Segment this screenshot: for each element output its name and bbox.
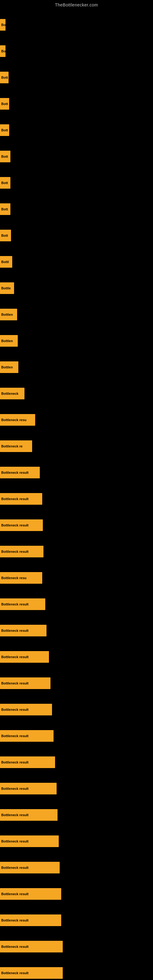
bar-label: Bottleneck re bbox=[1, 444, 22, 448]
bar-item: Bott bbox=[0, 124, 9, 136]
bar-item: Bottleneck result bbox=[0, 519, 43, 531]
bar-item: Bottleneck re bbox=[0, 441, 32, 452]
bar-item: Bott bbox=[0, 72, 9, 83]
bar-row: Bott bbox=[0, 91, 153, 117]
bar-row: Bott bbox=[0, 170, 153, 196]
bar-item: Bottleneck result bbox=[0, 915, 61, 926]
bar-label: Bottleneck result bbox=[1, 760, 29, 764]
bar-item: Bottleneck result bbox=[0, 651, 49, 663]
bar-label: Bottleneck resu bbox=[1, 418, 27, 422]
bar-label: Bottleneck result bbox=[1, 523, 29, 527]
bar-label: Bottleneck bbox=[1, 392, 18, 395]
bar-row: Bottleneck result bbox=[0, 828, 153, 854]
bar-row: Bottle bbox=[0, 275, 153, 301]
bar-label: Bottleneck resu bbox=[1, 576, 27, 580]
bar-item: Bott bbox=[0, 230, 11, 241]
site-title: TheBottlenecker.com bbox=[0, 0, 153, 9]
bar-label: Bottleneck result bbox=[1, 655, 29, 659]
bar-item: Bottlen bbox=[0, 335, 18, 347]
bar-item: Bottleneck result bbox=[0, 625, 46, 636]
bar-label: Bottleneck result bbox=[1, 471, 29, 474]
bar-label: Bottleneck result bbox=[1, 945, 29, 948]
bar-row: Bottleneck result bbox=[0, 881, 153, 907]
bar-row: Bottleneck re bbox=[0, 433, 153, 460]
bar-label: Bo bbox=[1, 23, 5, 27]
bar-label: Bottleneck result bbox=[1, 918, 29, 922]
bar-row: Bottleneck result bbox=[0, 749, 153, 775]
bar-row: Bottlen bbox=[0, 328, 153, 354]
bar-label: Bottleneck result bbox=[1, 629, 29, 632]
bar-label: Bottleneck result bbox=[1, 550, 29, 554]
bar-label: Bottlen bbox=[1, 313, 13, 317]
bar-row: Bottleneck result bbox=[0, 907, 153, 934]
bar-row: Bottlen bbox=[0, 354, 153, 380]
bar-label: Bott bbox=[1, 155, 8, 158]
bar-row: Bottleneck result bbox=[0, 591, 153, 617]
bar-item: Bo bbox=[0, 19, 5, 30]
bar-label: Bott bbox=[1, 181, 8, 185]
bar-label: Bottleneck result bbox=[1, 497, 29, 501]
bar-label: Bott bbox=[1, 102, 8, 106]
bar-row: Bottleneck result bbox=[0, 670, 153, 697]
bar-item: Bottlen bbox=[0, 361, 18, 373]
bar-label: Bottleneck result bbox=[1, 734, 29, 738]
bar-label: Bo bbox=[1, 49, 5, 53]
bar-row: Bott bbox=[0, 143, 153, 170]
bar-item: Bottleneck result bbox=[0, 598, 45, 610]
bar-item: Bottleneck result bbox=[0, 678, 51, 689]
bar-label: Bottlen bbox=[1, 339, 13, 343]
bar-row: Bott bbox=[0, 117, 153, 143]
bar-row: Bottleneck result bbox=[0, 934, 153, 960]
bar-item: Bott bbox=[0, 177, 10, 189]
bar-item: Bott bbox=[0, 98, 9, 110]
bar-row: Bottleneck result bbox=[0, 775, 153, 802]
bar-label: Bottleneck result bbox=[1, 602, 29, 606]
bar-item: Bottleneck result bbox=[0, 941, 63, 953]
bar-label: Bottleneck result bbox=[1, 708, 29, 711]
bar-item: Bottleneck result bbox=[0, 888, 61, 900]
bar-row: Bottleneck result bbox=[0, 960, 153, 980]
bar-row: Bottleneck result bbox=[0, 460, 153, 486]
bar-item: Bottlen bbox=[0, 309, 17, 320]
bar-item: Bottleneck result bbox=[0, 546, 43, 557]
bar-label: Bottlen bbox=[1, 365, 13, 369]
bar-label: Bottleneck result bbox=[1, 681, 29, 685]
bar-item: Bottleneck bbox=[0, 388, 24, 399]
bar-label: Bott bbox=[1, 128, 8, 132]
bar-label: Bott bbox=[1, 207, 8, 211]
bar-item: Bottleneck result bbox=[0, 467, 40, 478]
bar-item: Bottleneck result bbox=[0, 835, 59, 847]
bar-label: Bottleneck result bbox=[1, 892, 29, 896]
bar-row: Bott bbox=[0, 222, 153, 249]
bar-row: Bottleneck result bbox=[0, 854, 153, 881]
bar-row: Bo bbox=[0, 38, 153, 64]
bar-item: Bottleneck result bbox=[0, 756, 55, 768]
bar-item: Bottleneck result bbox=[0, 967, 63, 979]
bar-item: Bottleneck result bbox=[0, 493, 42, 505]
bar-row: Bottleneck resu bbox=[0, 407, 153, 433]
bar-label: Bottl bbox=[1, 260, 9, 264]
bar-row: Bott bbox=[0, 196, 153, 222]
bar-label: Bottleneck result bbox=[1, 840, 29, 843]
bar-label: Bottleneck result bbox=[1, 787, 29, 791]
bar-item: Bottl bbox=[0, 256, 12, 268]
bar-row: Bo bbox=[0, 12, 153, 38]
bar-row: Bottleneck bbox=[0, 380, 153, 407]
bar-item: Bottleneck result bbox=[0, 809, 57, 821]
bar-item: Bottle bbox=[0, 282, 14, 294]
bar-row: Bottleneck result bbox=[0, 723, 153, 749]
bar-row: Bottl bbox=[0, 249, 153, 275]
bar-row: Bottleneck result bbox=[0, 644, 153, 670]
bar-label: Bottleneck result bbox=[1, 971, 29, 975]
bar-item: Bottleneck result bbox=[0, 730, 54, 742]
bar-item: Bo bbox=[0, 45, 5, 57]
bar-item: Bottleneck result bbox=[0, 783, 57, 794]
bar-item: Bottleneck result bbox=[0, 862, 60, 873]
bar-label: Bottleneck result bbox=[1, 813, 29, 817]
bar-row: Bottleneck result bbox=[0, 512, 153, 538]
bar-item: Bottleneck result bbox=[0, 704, 52, 715]
bar-row: Bottleneck resu bbox=[0, 565, 153, 591]
bars-container: BoBoBottBottBottBottBottBottBottBottlBot… bbox=[0, 9, 153, 980]
bar-row: Bottlen bbox=[0, 301, 153, 328]
bar-label: Bottleneck result bbox=[1, 866, 29, 869]
